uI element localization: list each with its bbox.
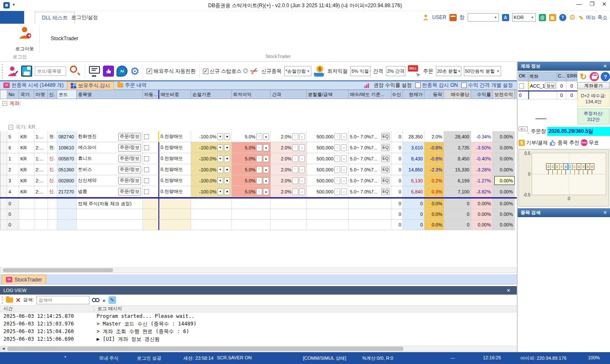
spin-up[interactable]: ▲ [341,155,347,162]
collapse-icon[interactable]: − [8,125,13,130]
window-select[interactable]: ▼ [468,13,499,22]
stock-row[interactable]: 1 KR 1:... 신. 005870 휴니드주문/정보 0.전량매도 -10… [0,153,517,164]
edit-overlay[interactable]: 0.00% [494,176,515,185]
col-header[interactable]: 분할률/금액 [307,90,349,99]
stocktrader-ribbon-item[interactable]: StockTrader [51,36,78,41]
spin-stop[interactable]: ■ [224,177,230,184]
spin-down[interactable]: ▽ [256,188,262,195]
tab-all-quotes[interactable]: ✉전종목 시세 (14489 개) [0,81,67,90]
sell-icon[interactable]: SELL➤ [408,65,421,77]
toolbar-grip[interactable] [2,64,3,78]
close-button[interactable]: ✕ [602,1,607,7]
watch-all-checkbox[interactable]: 전종목 감시 ON [415,82,458,89]
acct-col-header[interactable]: C... [557,72,566,81]
manual-icon[interactable]: ▥ [549,14,556,21]
toolbar-grip[interactable] [2,296,3,304]
col-header[interactable]: 마켓 [34,90,48,99]
translate-icon[interactable]: A [502,14,509,21]
summary-row[interactable]: 0 전체 주식(자동 체크 권장) 0 0 0.0% 0 0.00% 0.00% [0,199,517,209]
gap-select[interactable]: 2% 간격▼ [386,66,405,76]
account-row[interactable]: ACC_1정보 0 0 [518,81,577,91]
help-icon[interactable]: ? [559,14,566,21]
spin-stop[interactable]: ■ [224,133,230,140]
acct-col-header[interactable]: OK [518,72,528,81]
auto-checkbox[interactable] [144,134,149,139]
acct-col-header[interactable]: ERR [566,72,577,81]
menu-collapse-label[interactable]: 메뉴 축소 [586,14,607,21]
spin-down[interactable]: ▽ [256,166,262,173]
edit-log-icon[interactable]: ✎ [108,296,116,304]
language-select[interactable]: KOR▼ [512,13,536,22]
spin-stop[interactable]: ■ [224,188,230,195]
recommend-link[interactable]: 종목 추천 [557,139,579,146]
tab-holdings-watch[interactable]: 보유주식.감시 [67,81,114,90]
order-info-button[interactable]: 주문/정보 [118,166,141,174]
code-search-input[interactable] [35,66,66,76]
spin-down[interactable]: ▽ [334,166,340,173]
auto-checkbox[interactable] [144,145,149,150]
order-window-label[interactable]: 주문창 [531,128,546,135]
log-row[interactable]: 2025-06-03 12:15:04.260 > 계좌 조회 수행 완료 (종… [0,328,517,335]
clear-log-icon[interactable]: ✕ [16,297,21,303]
col-header[interactable]: 코드 [57,90,77,99]
eq-button[interactable]: EQ [381,144,390,151]
account-evaluate-button[interactable]: 계좌평가 [577,82,610,89]
stock-row[interactable]: 2 KR 2:... 신. 051360 토비스주문/정보 0.전량매도 -10… [0,164,517,175]
donate-link[interactable]: 기부/결제 [526,139,548,146]
spin-down[interactable]: ▽ [292,133,298,140]
minimize-button[interactable]: — [576,1,582,7]
overseas-auto-checkbox[interactable]: ✓해외주식 자동전환 [147,68,195,75]
stock-row[interactable]: 6 KR 2:... 현. 109610 에스와이주문/정보 0.전량매도 -1… [0,142,517,153]
spin-up[interactable]: ▲ [263,177,269,184]
spin-up[interactable]: ▲ [299,133,305,140]
spin-up[interactable]: ▲ [299,144,305,151]
profit-setting-link[interactable]: 권장 수익률 설정 [374,82,412,89]
spin-stop[interactable]: ■ [224,166,230,173]
col-header[interactable]: 자동... [143,90,158,99]
auto-checkbox[interactable] [144,189,149,194]
order-info-button[interactable]: 주문/정보 [118,144,141,152]
col-header[interactable]: 매수평단 [444,90,471,99]
spin-down[interactable]: ▼ [217,144,223,151]
spin-up[interactable]: ▲ [263,188,269,195]
stoploss-checkbox[interactable]: ✓신규 스탑로스 ◎ [203,68,248,75]
spin-down[interactable]: ▼ [217,188,223,195]
col-header[interactable]: 손절기준 [191,90,232,99]
col-header[interactable]: 매도비중 [158,90,191,99]
spin-down[interactable]: ▼ [217,177,223,184]
col-header[interactable]: 현재가 [403,90,424,99]
ai-icon[interactable]: AI [116,66,128,77]
account-check-icon[interactable] [7,65,19,77]
spin-stop[interactable]: ■ [224,144,230,151]
spin-down[interactable]: ▽ [256,133,262,140]
scroll-left-arrow[interactable]: ◀ [0,346,6,351]
eq-button[interactable]: EQ [381,155,390,162]
spin-down[interactable]: ▽ [292,155,298,162]
account-checkbox[interactable] [519,83,524,88]
scroll-to-bottom-icon[interactable]: ⌄⌄ [102,298,106,302]
spin-up[interactable]: ▲ [263,155,269,162]
money-hand-icon[interactable]: $ [314,66,325,77]
collapse-icon[interactable]: − [3,101,7,106]
spin-up[interactable]: ▲ [341,133,347,140]
col-header[interactable]: 국가 [19,90,34,99]
new-item-select[interactable]: *손절안함▼ [284,66,311,76]
search-close-icon[interactable]: ✕ [603,210,607,215]
menu-collapse-icon[interactable]: ◥◣ [579,15,583,19]
spin-down[interactable]: ▽ [256,177,262,184]
order-split-amount-select[interactable]: 50만원씩 분할▼ [464,66,501,76]
log-hscrollbar[interactable]: ◀ [0,346,517,352]
grid-hscrollbar[interactable] [0,267,517,273]
spin-up[interactable]: ▲ [263,133,269,140]
order-info-button[interactable]: 주문/정보 [118,188,141,196]
window-panel-icon[interactable] [449,14,457,21]
spin-down[interactable]: ▽ [334,177,340,184]
spin-up[interactable]: ▲ [299,188,305,195]
spin-up[interactable]: ▲ [299,177,305,184]
col-header[interactable] [0,90,7,99]
spin-down[interactable]: ▼ [217,166,223,173]
col-header[interactable]: 종목명 [77,90,143,99]
contact-icon[interactable]: @ [539,14,546,21]
account-info-button[interactable]: 정보 [545,83,556,89]
scissors-icon[interactable]: ✂ [249,64,261,78]
